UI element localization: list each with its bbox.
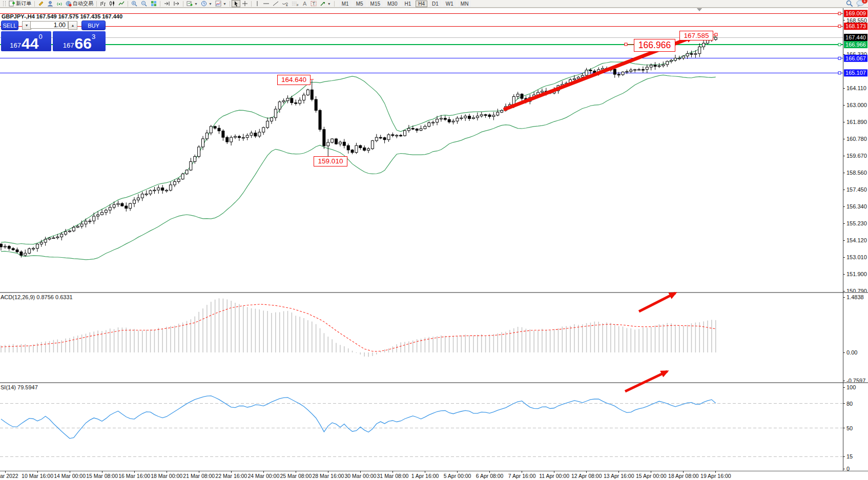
candle-body[interactable] <box>654 65 656 66</box>
candle-body[interactable] <box>72 227 75 231</box>
candle-body[interactable] <box>8 246 10 248</box>
candlestick-chart-button[interactable] <box>108 0 117 7</box>
candle-body[interactable] <box>488 115 491 116</box>
candle-body[interactable] <box>40 242 43 244</box>
candle-body[interactable] <box>60 234 63 237</box>
price-annotation-164.640[interactable]: 164.640 <box>277 75 311 85</box>
candle-body[interactable] <box>242 137 244 138</box>
trend-arrow[interactable] <box>625 371 667 391</box>
candle-body[interactable] <box>205 133 208 139</box>
candle-body[interactable] <box>218 128 220 131</box>
candle-body[interactable] <box>121 203 123 206</box>
candle-body[interactable] <box>512 96 515 105</box>
candle-body[interactable] <box>198 147 200 157</box>
candle-body[interactable] <box>323 130 325 146</box>
candle-body[interactable] <box>4 246 6 247</box>
candle-body[interactable] <box>686 54 689 56</box>
candle-body[interactable] <box>36 244 38 248</box>
candle-body[interactable] <box>646 67 648 70</box>
candle-body[interactable] <box>303 95 305 100</box>
candle-body[interactable] <box>56 237 59 238</box>
fibonacci-button[interactable]: F <box>290 0 300 7</box>
candle-body[interactable] <box>12 248 14 250</box>
candle-body[interactable] <box>319 110 321 129</box>
autotrading-button[interactable]: 自动交易 <box>64 0 95 7</box>
channel-button[interactable]: E <box>280 0 290 7</box>
candle-body[interactable] <box>246 135 249 137</box>
candle-body[interactable] <box>670 60 673 61</box>
candle-body[interactable] <box>335 139 338 144</box>
candle-body[interactable] <box>638 70 640 71</box>
candle-body[interactable] <box>585 70 588 75</box>
candle-body[interactable] <box>650 65 652 67</box>
candle-body[interactable] <box>400 135 402 136</box>
tile-windows-button[interactable] <box>149 0 158 7</box>
styler-button[interactable] <box>36 0 46 7</box>
candle-body[interactable] <box>613 69 616 74</box>
candle-body[interactable] <box>141 194 143 198</box>
candle-body[interactable] <box>420 129 422 130</box>
candle-body[interactable] <box>714 37 717 39</box>
candle-body[interactable] <box>411 129 414 130</box>
candle-body[interactable] <box>456 118 459 121</box>
trend-arrow[interactable] <box>639 293 675 311</box>
candle-body[interactable] <box>573 79 575 80</box>
candle-body[interactable] <box>311 90 313 99</box>
candle-body[interactable] <box>541 91 543 92</box>
sell-button[interactable]: SELL <box>1 20 18 30</box>
candle-body[interactable] <box>210 127 212 133</box>
candle-body[interactable] <box>181 174 184 179</box>
candle-body[interactable] <box>145 194 148 195</box>
candle-body[interactable] <box>452 121 454 122</box>
candle-body[interactable] <box>238 136 240 137</box>
candle-body[interactable] <box>274 109 277 118</box>
horizontal-line-button[interactable] <box>261 0 271 7</box>
candle-body[interactable] <box>589 70 592 71</box>
candle-body[interactable] <box>634 70 636 71</box>
candle-body[interactable] <box>347 145 349 150</box>
candle-body[interactable] <box>642 70 644 71</box>
sell-price[interactable]: 167 44 0 <box>1 31 51 51</box>
timeframe-D1[interactable]: D1 <box>429 1 441 7</box>
candle-body[interactable] <box>117 203 119 204</box>
candle-body[interactable] <box>516 94 519 97</box>
candle-body[interactable] <box>327 142 329 146</box>
volume-up-button[interactable]: ▲ <box>68 21 77 30</box>
buy-button[interactable]: BUY <box>81 20 106 30</box>
candle-body[interactable] <box>351 150 354 153</box>
candle-body[interactable] <box>173 181 176 184</box>
candle-body[interactable] <box>355 145 358 153</box>
candle-body[interactable] <box>266 121 269 128</box>
candle-body[interactable] <box>250 133 253 136</box>
candle-body[interactable] <box>331 139 334 142</box>
cursor-button[interactable] <box>232 0 240 7</box>
candle-body[interactable] <box>295 103 297 104</box>
candle-body[interactable] <box>113 204 115 207</box>
candle-body[interactable] <box>432 122 435 123</box>
volume-input[interactable]: 1.00 <box>30 21 68 29</box>
candle-body[interactable] <box>230 137 233 142</box>
indicators-button[interactable]: ▼ <box>214 0 228 7</box>
candle-body[interactable] <box>480 115 483 116</box>
candle-body[interactable] <box>129 203 132 208</box>
level-line-handle[interactable] <box>838 44 841 46</box>
bar-chart-button[interactable] <box>98 0 108 7</box>
timeframe-MN[interactable]: MN <box>458 1 471 7</box>
candle-body[interactable] <box>80 224 83 226</box>
candle-body[interactable] <box>93 216 95 221</box>
candle-body[interactable] <box>444 118 446 119</box>
candle-body[interactable] <box>226 137 229 142</box>
candle-body[interactable] <box>270 118 273 121</box>
new-chart-button[interactable]: ▼ <box>185 0 199 7</box>
candle-body[interactable] <box>440 118 442 119</box>
candle-body[interactable] <box>666 61 669 65</box>
candle-body[interactable] <box>424 127 426 129</box>
candle-body[interactable] <box>101 213 104 215</box>
candle-body[interactable] <box>214 127 216 128</box>
candle-body[interactable] <box>286 98 289 101</box>
timeframe-H1[interactable]: H1 <box>402 1 414 7</box>
candle-body[interactable] <box>359 145 362 148</box>
timeframe-M30[interactable]: M30 <box>385 1 400 7</box>
timeframe-M5[interactable]: M5 <box>354 1 366 7</box>
candle-body[interactable] <box>254 133 257 136</box>
